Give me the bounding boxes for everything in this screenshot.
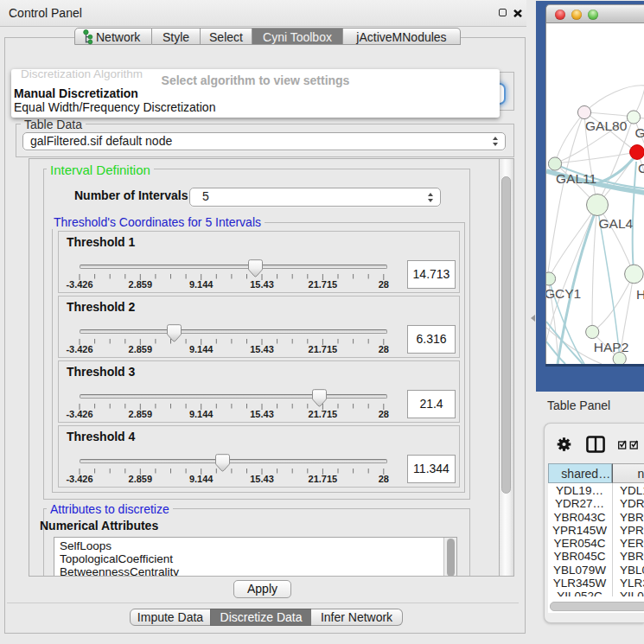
svg-text:GAL4: GAL4 [599,216,634,231]
svg-text:HAP2: HAP2 [594,340,629,354]
svg-text:GAL7: GAL7 [635,125,644,140]
svg-text:GCY1: GCY1 [546,286,581,301]
svg-text:H: H [636,287,644,302]
svg-text:GAL11: GAL11 [556,171,596,186]
svg-text:GAL80: GAL80 [585,118,628,133]
svg-text:CY: CY [638,161,644,175]
